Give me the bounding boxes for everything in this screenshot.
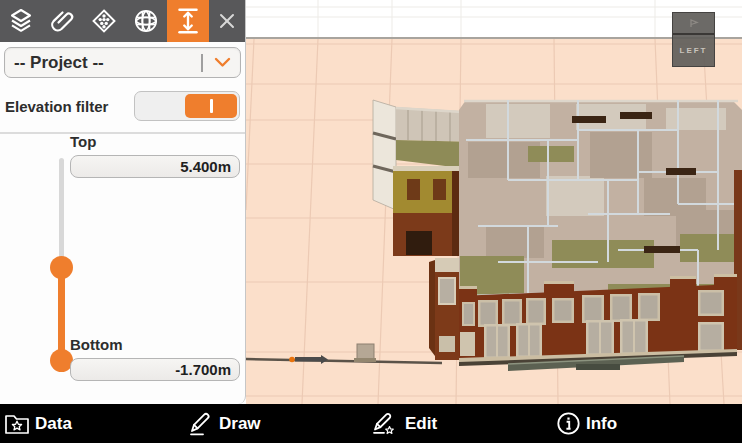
point-cloud-tool-button[interactable] (84, 0, 126, 42)
chevron-down-icon (214, 57, 231, 68)
close-panel-button[interactable] (209, 0, 245, 42)
mesh-tool-button[interactable] (125, 0, 167, 42)
top-slider-handle[interactable] (50, 256, 73, 279)
elevation-slider-range (58, 267, 65, 360)
layers-icon (6, 7, 36, 35)
elevation-filter-toggle[interactable] (134, 91, 240, 121)
elevation-filter-label: Elevation filter (5, 98, 108, 115)
edit-button[interactable]: Edit (372, 404, 437, 443)
elevation-filter-panel: -- Project -- Elevation filter Top 5.400… (0, 0, 246, 404)
bottom-toolbar: Data Draw Edit Info (0, 404, 742, 443)
info-button-label: Info (586, 414, 617, 434)
data-button-label: Data (35, 414, 72, 434)
project-dropdown-value: -- Project -- (14, 53, 201, 73)
panel-divider (0, 132, 245, 134)
mesh-icon (131, 7, 161, 35)
draw-button[interactable]: Draw (188, 404, 261, 443)
elevation-range-icon (173, 6, 203, 36)
draw-button-label: Draw (219, 414, 261, 434)
data-folder-star-icon (4, 412, 30, 436)
close-icon (218, 12, 236, 30)
edit-button-label: Edit (405, 414, 437, 434)
dropdown-divider (201, 54, 203, 72)
data-button[interactable]: Data (4, 404, 72, 443)
orientation-cube[interactable]: LEFT (672, 12, 715, 67)
point-cloud-icon (89, 7, 119, 35)
bim-viewer-app: LEFT (0, 0, 742, 443)
orientation-cube-top-face[interactable] (673, 13, 714, 35)
top-value-field[interactable]: 5.400m (70, 155, 240, 178)
elevation-tool-button[interactable] (167, 0, 209, 42)
edit-pencil-star-icon (372, 411, 400, 437)
panel-toolbar (0, 0, 245, 42)
draw-pencil-icon (188, 411, 214, 437)
link-tool-button[interactable] (42, 0, 84, 42)
model-viewport[interactable]: LEFT (246, 0, 742, 404)
model-3d-scene (246, 0, 742, 404)
top-label: Top (70, 133, 96, 150)
layers-tool-button[interactable] (0, 0, 42, 42)
orientation-cube-front-face[interactable]: LEFT (673, 35, 714, 66)
info-button[interactable]: Info (556, 404, 617, 443)
bottom-value-field[interactable]: -1.700m (70, 358, 240, 381)
cube-top-face-icon (689, 19, 699, 28)
paperclip-icon (48, 7, 78, 35)
bottom-label: Bottom (70, 336, 123, 353)
project-dropdown[interactable]: -- Project -- (4, 47, 241, 78)
info-icon (556, 411, 581, 436)
toggle-knob (185, 94, 237, 118)
